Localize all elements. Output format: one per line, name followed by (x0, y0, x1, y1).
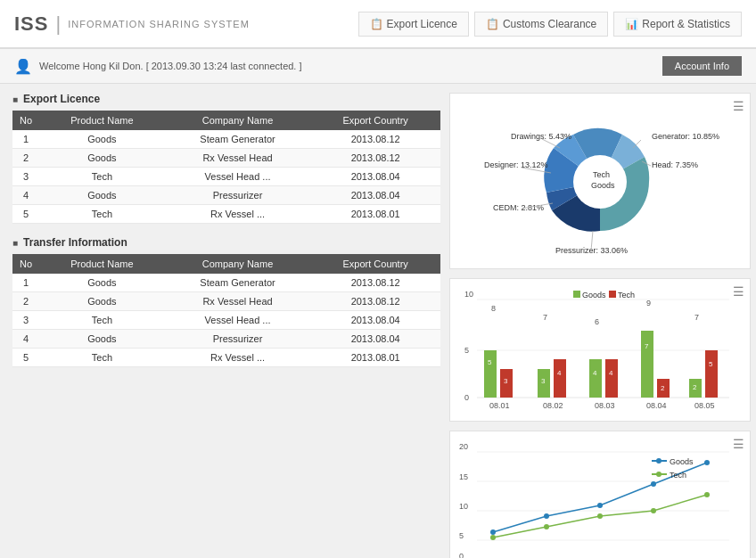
bar-y-max: 10 (464, 290, 473, 299)
bar-tech-val-0801: 3 (504, 377, 508, 385)
pie-chart-area: Tech Goods Generator: 10.85% Head: 7.35%… (457, 101, 743, 261)
bar-goods-val-0805: 2 (693, 383, 697, 391)
bar-tech-0805 (705, 350, 718, 398)
export-licence-table: No Product Name Company Name Export Coun… (12, 111, 440, 224)
table-row: 5TechRx Vessel ...2013.08.01 (12, 349, 440, 367)
bar-y-min: 0 (464, 393, 469, 402)
line-y-15: 15 (459, 472, 468, 481)
bar-y-mid: 5 (464, 346, 469, 355)
total-label-0805: 7 (694, 313, 699, 322)
header: ISS | INFORMATION SHARING SYSTEM 📋 Expor… (0, 0, 756, 49)
bar-tech-0803 (605, 359, 618, 398)
nav-report-statistics-label: Report & Statistics (642, 18, 730, 30)
table-row: 2GoodsRx Vessel Head2013.08.12 (12, 292, 440, 311)
left-panel: Export Licence No Product Name Company N… (12, 93, 440, 558)
line-legend-tech-dot (656, 472, 662, 477)
label-generator: Generator: 10.85% (652, 132, 719, 141)
table-row: 5TechRx Vessel ...2013.08.01 (12, 205, 440, 224)
table-row: 3TechVessel Head ...2013.08.04 (12, 168, 440, 186)
main-content: Export Licence No Product Name Company N… (0, 84, 756, 558)
total-label-0804: 9 (646, 299, 651, 308)
label-cedm: CEDM: 2.81% (493, 203, 544, 212)
cat-label-0802: 08.02 (543, 401, 563, 410)
center-label-tech: Tech (593, 170, 610, 179)
label-drawings: Drawings: 5.43% (511, 132, 571, 141)
transfer-info-table: No Product Name Company Name Export Coun… (12, 254, 440, 367)
total-label-0802: 7 (543, 313, 547, 322)
bar-chart-menu-icon[interactable]: ☰ (733, 284, 744, 299)
bar-goods-val-0803: 4 (593, 369, 597, 377)
line-y-5: 5 (459, 531, 464, 540)
welcome-text: Welcome Hong Kil Don. [ 2013.09.30 13:24… (39, 61, 302, 71)
cat-label-0805: 08.05 (694, 401, 715, 410)
bar-legend-goods-text: Goods (582, 291, 606, 300)
point-tech-0804 (651, 508, 656, 513)
logo-separator: | (55, 12, 61, 36)
logo-subtitle: INFORMATION SHARING SYSTEM (68, 19, 250, 29)
col-company-name: Company Name (165, 111, 311, 130)
line-legend-tech-text: Tech (670, 471, 686, 480)
bar-tech-val-0803: 4 (609, 369, 613, 377)
bar-tech-val-0802: 4 (557, 369, 562, 377)
col-export-country: Export Country (310, 254, 440, 274)
export-licence-icon: 📋 (370, 18, 383, 30)
point-tech-0802 (544, 524, 549, 529)
right-panel: ☰ (449, 93, 751, 558)
bar-goods-val-0804: 7 (645, 342, 649, 350)
point-goods-0801 (490, 529, 496, 535)
center-label-goods: Goods (591, 181, 615, 190)
pie-chart-svg: Tech Goods Generator: 10.85% Head: 7.35%… (457, 103, 743, 259)
label-head: Head: 7.35% (652, 160, 698, 169)
bar-goods-0803 (589, 359, 602, 398)
col-export-country: Export Country (310, 111, 440, 130)
bar-tech-0802 (554, 359, 566, 398)
bar-legend-tech-text: Tech (618, 291, 635, 300)
cat-label-0803: 08.03 (595, 401, 615, 410)
bar-tech-val-0804: 2 (661, 384, 665, 392)
report-statistics-icon: 📊 (625, 18, 638, 30)
bar-tech-val-0805: 5 (709, 360, 713, 368)
col-no: No (12, 254, 39, 274)
bar-legend-tech-box (609, 291, 616, 298)
line-legend-goods-text: Goods (670, 457, 694, 466)
point-tech-0803 (597, 513, 603, 519)
point-tech-0805 (704, 492, 710, 497)
pie-chart-container: ☰ (449, 93, 751, 269)
point-goods-0805 (704, 460, 710, 465)
logo: ISS (14, 12, 48, 36)
export-licence-header-row: No Product Name Company Name Export Coun… (12, 111, 440, 130)
bar-goods-0804 (641, 331, 653, 398)
bar-chart-container: ☰ 10 5 0 Goods Tech 8 5 3 (449, 278, 751, 422)
point-goods-0804 (651, 481, 656, 487)
col-product-name: Product Name (39, 111, 165, 130)
table-row: 4GoodsPressurizer2013.08.04 (12, 186, 440, 205)
point-goods-0802 (544, 513, 549, 519)
table-row: 2GoodsRx Vessel Head2013.08.12 (12, 149, 440, 168)
bar-chart-svg: 10 5 0 Goods Tech 8 5 3 08.01 (457, 286, 734, 411)
nav-report-statistics[interactable]: 📊 Report & Statistics (613, 12, 742, 37)
line-chart-menu-icon[interactable]: ☰ (733, 437, 744, 451)
table-row: 1GoodsSteam Generator2013.08.12 (12, 130, 440, 149)
nav-customs-clearance[interactable]: 📋 Customs Clearance (474, 12, 608, 37)
col-product-name: Product Name (39, 254, 165, 274)
main-nav: 📋 Export Licence 📋 Customs Clearance 📊 R… (358, 12, 742, 37)
cat-label-0804: 08.04 (646, 401, 667, 410)
line-y-0: 0 (459, 552, 464, 558)
bar-legend-goods-box (573, 291, 580, 298)
col-company-name: Company Name (165, 254, 311, 274)
label-designer: Designer: 13.12% (484, 160, 548, 169)
table-row: 4GoodsPressurizer2013.08.04 (12, 330, 440, 349)
table-row: 1GoodsSteam Generator2013.08.12 (12, 274, 440, 292)
account-info-button[interactable]: Account Info (662, 56, 742, 76)
cat-label-0801: 08.01 (489, 401, 510, 410)
transfer-info-header-row: No Product Name Company Name Export Coun… (12, 254, 440, 274)
line-chart-svg: 20 15 10 5 0 08.01 08.02 08.03 08.04 08.… (457, 439, 734, 558)
bar-goods-val-0802: 3 (541, 377, 546, 385)
total-label-0801: 8 (491, 304, 496, 313)
line-chart-container: ☰ 20 15 10 5 0 08.01 08.02 08.03 08.04 (449, 431, 751, 558)
bar-goods-val-0801: 5 (488, 358, 492, 366)
col-no: No (12, 111, 39, 130)
nav-export-licence[interactable]: 📋 Export Licence (358, 12, 469, 37)
line-y-20: 20 (459, 442, 468, 451)
nav-customs-clearance-label: Customs Clearance (503, 18, 596, 30)
